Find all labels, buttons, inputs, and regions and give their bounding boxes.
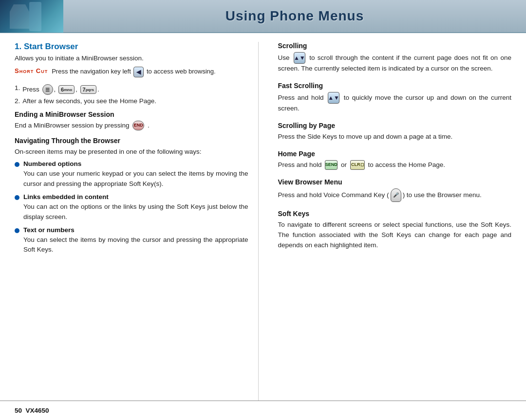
section-title: 1. Start Browser bbox=[15, 42, 248, 52]
ending-session-text: End a MiniBrowser session by pressing EN… bbox=[15, 121, 248, 131]
six-key: 6mno bbox=[58, 85, 75, 94]
clr-key: CLR◻ bbox=[350, 160, 365, 170]
home-page-section: Home Page Press and hold SEND or CLR◻ to… bbox=[278, 150, 512, 170]
shortcut-label: Short Cut bbox=[15, 67, 48, 74]
fast-scrolling-text: Press and hold ▲▼ to quickly move the cu… bbox=[278, 92, 512, 114]
ending-session-title: Ending a MiniBrowser Session bbox=[15, 110, 248, 118]
scrolling-section: Scrolling Use ▲▼ to scroll through the c… bbox=[278, 42, 512, 74]
shortcut-description: Press the navigation key left ◀ to acces… bbox=[52, 67, 215, 77]
view-browser-menu-title: View Browser Menu bbox=[278, 178, 512, 186]
view-browser-menu-section: View Browser Menu Press and hold Voice C… bbox=[278, 178, 512, 202]
scrolling-by-page-title: Scrolling by Page bbox=[278, 122, 512, 129]
bullet-content: Numbered options You can use your numeri… bbox=[23, 160, 248, 189]
page-header: Using Phone Menus bbox=[0, 0, 526, 33]
soft-keys-text: To navigate to different screens or sele… bbox=[278, 220, 512, 251]
bullet-title-numbered: Numbered options bbox=[23, 160, 248, 167]
fast-scrolling-title: Fast Scrolling bbox=[278, 82, 512, 90]
scroll-hold-key: ▲▼ bbox=[328, 92, 339, 104]
voice-key: 🎤 bbox=[391, 188, 401, 202]
scrolling-by-page-text: Press the Side Keys to move up and down … bbox=[278, 132, 512, 142]
bullet-title-links: Links embedded in content bbox=[23, 193, 248, 201]
bullet-links: Links embedded in content You can act on… bbox=[15, 193, 248, 222]
bullet-text-text: You can select the items by moving the c… bbox=[23, 235, 248, 256]
bullet-numbered-options: Numbered options You can use your numeri… bbox=[15, 160, 248, 189]
step-2: 2. After a few seconds, you see the Home… bbox=[15, 97, 248, 105]
bullet-content: Links embedded in content You can act on… bbox=[23, 193, 248, 222]
navigating-title: Navigating Through the Browser bbox=[15, 137, 248, 145]
view-browser-menu-text: Press and hold Voice Command Key (🎤) to … bbox=[278, 188, 512, 202]
navigating-section: Navigating Through the Browser On-screen… bbox=[15, 137, 248, 157]
step-1: 1. Press ☰, 6mno, 7pqrs. bbox=[15, 84, 248, 95]
bullet-dot bbox=[15, 228, 19, 233]
menu-key: ☰ bbox=[42, 84, 53, 95]
nav-left-key: ◀ bbox=[133, 67, 144, 77]
send-key: SEND bbox=[325, 160, 338, 170]
steps-list: 1. Press ☰, 6mno, 7pqrs. 2. After a few … bbox=[15, 84, 248, 105]
bullet-dot bbox=[15, 162, 19, 167]
navigating-intro: On-screen items may be presented in one … bbox=[15, 147, 248, 157]
seven-key: 7pqrs bbox=[80, 85, 96, 94]
scrolling-text: Use ▲▼ to scroll through the content if … bbox=[278, 52, 512, 74]
intro-text: Allows you to initiate a MiniBrowser ses… bbox=[15, 55, 248, 62]
footer-page-model: 50 VX4650 bbox=[15, 407, 49, 414]
scrolling-title: Scrolling bbox=[278, 42, 512, 50]
shortcut-row: Short Cut Press the navigation key left … bbox=[15, 67, 248, 77]
scroll-key: ▲▼ bbox=[294, 52, 305, 64]
main-content: 1. Start Browser Allows you to initiate … bbox=[0, 33, 526, 401]
home-page-title: Home Page bbox=[278, 150, 512, 158]
left-column: 1. Start Browser Allows you to initiate … bbox=[15, 42, 259, 401]
bullet-title-text: Text or numbers bbox=[23, 226, 248, 234]
bullet-text-numbers: Text or numbers You can select the items… bbox=[15, 226, 248, 256]
ending-session-section: Ending a MiniBrowser Session End a MiniB… bbox=[15, 110, 248, 131]
fast-scrolling-section: Fast Scrolling Press and hold ▲▼ to quic… bbox=[278, 82, 512, 114]
page-title: Using Phone Menus bbox=[63, 8, 526, 24]
scrolling-by-page-section: Scrolling by Page Press the Side Keys to… bbox=[278, 122, 512, 142]
header-image bbox=[0, 0, 63, 33]
page-footer: 50 VX4650 bbox=[0, 401, 526, 420]
bullet-text-links: You can act on the options or the links … bbox=[23, 202, 248, 222]
end-key: END bbox=[132, 121, 144, 130]
bullet-dot bbox=[15, 195, 19, 200]
home-page-text: Press and hold SEND or CLR◻ to access th… bbox=[278, 160, 512, 170]
soft-keys-title: Soft Keys bbox=[278, 210, 512, 218]
right-column: Scrolling Use ▲▼ to scroll through the c… bbox=[273, 42, 512, 401]
bullet-list: Numbered options You can use your numeri… bbox=[15, 160, 248, 256]
soft-keys-section: Soft Keys To navigate to different scree… bbox=[278, 210, 512, 251]
bullet-text-numbered: You can use your numeric keypad or you c… bbox=[23, 169, 248, 189]
bullet-content: Text or numbers You can select the items… bbox=[23, 226, 248, 256]
